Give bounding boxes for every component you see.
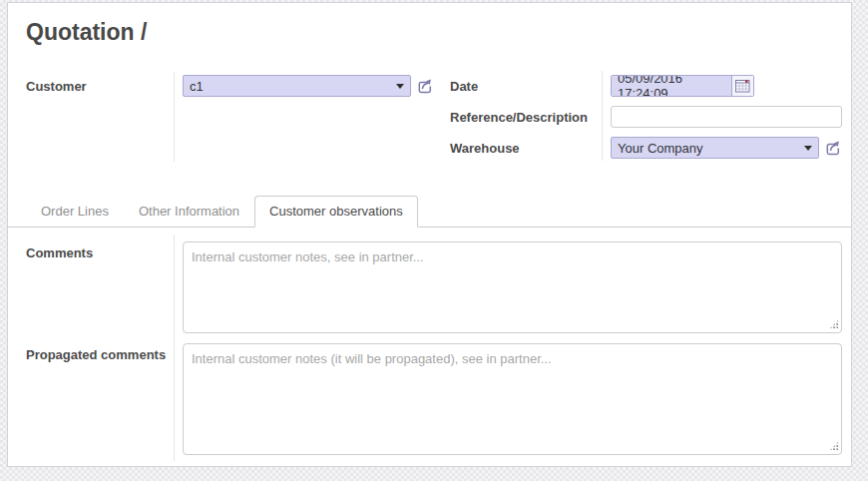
form-top-section: Customer c1 — [26, 75, 842, 159]
customer-label: Customer — [26, 79, 174, 94]
warehouse-row: Warehouse Your Company — [450, 137, 842, 159]
calendar-icon — [735, 79, 750, 93]
warehouse-select[interactable]: Your Company — [611, 137, 819, 159]
customer-select-value: c1 — [190, 79, 204, 94]
warehouse-cell: Your Company — [602, 137, 842, 159]
customer-select[interactable]: c1 — [183, 75, 411, 97]
page-title: Quotation / — [26, 19, 851, 45]
customer-observations-page: Comments Propagated comments — [26, 241, 842, 455]
right-field-group: Date 05/09/2016 17:24:09 — [450, 75, 842, 159]
date-cell: 05/09/2016 17:24:09 — [602, 75, 842, 97]
reference-cell — [602, 106, 842, 128]
customer-cell: c1 — [174, 75, 450, 97]
column-separator — [174, 72, 175, 162]
warehouse-select-value: Your Company — [618, 141, 703, 156]
comments-label: Comments — [26, 241, 174, 333]
notebook: Order Lines Other Information Customer o… — [8, 196, 851, 455]
form-panel: Quotation / Customer c1 — [7, 2, 852, 467]
date-value: 05/09/2016 17:24:09 — [612, 76, 731, 96]
propagated-comments-label: Propagated comments — [26, 343, 174, 455]
comments-textarea[interactable] — [183, 241, 842, 333]
date-row: Date 05/09/2016 17:24:09 — [450, 75, 842, 97]
tab-order-lines[interactable]: Order Lines — [26, 196, 124, 227]
date-label: Date — [450, 79, 602, 94]
propagated-comments-row: Propagated comments — [26, 343, 842, 455]
tab-other-information[interactable]: Other Information — [124, 196, 254, 227]
external-link-icon[interactable] — [417, 78, 434, 94]
customer-row: Customer c1 — [26, 75, 450, 97]
comments-cell — [174, 241, 842, 333]
chevron-down-icon — [804, 146, 812, 151]
page-background: { "colors": { "accent_icon": "#7c7bad", … — [0, 0, 868, 481]
reference-input[interactable] — [611, 106, 842, 128]
tab-customer-observations[interactable]: Customer observations — [254, 196, 418, 228]
warehouse-label: Warehouse — [450, 141, 602, 156]
propagated-comments-textarea[interactable] — [183, 343, 842, 455]
reference-label: Reference/Description — [450, 110, 602, 125]
external-link-icon[interactable] — [825, 140, 842, 156]
reference-row: Reference/Description — [450, 106, 842, 128]
comments-row: Comments — [26, 241, 842, 333]
datepicker-button[interactable] — [731, 76, 753, 96]
column-separator — [602, 71, 603, 161]
chevron-down-icon — [396, 84, 404, 89]
propagated-comments-cell — [174, 343, 842, 455]
left-field-group: Customer c1 — [26, 75, 450, 159]
tab-bar: Order Lines Other Information Customer o… — [8, 196, 851, 228]
date-input[interactable]: 05/09/2016 17:24:09 — [611, 75, 754, 97]
